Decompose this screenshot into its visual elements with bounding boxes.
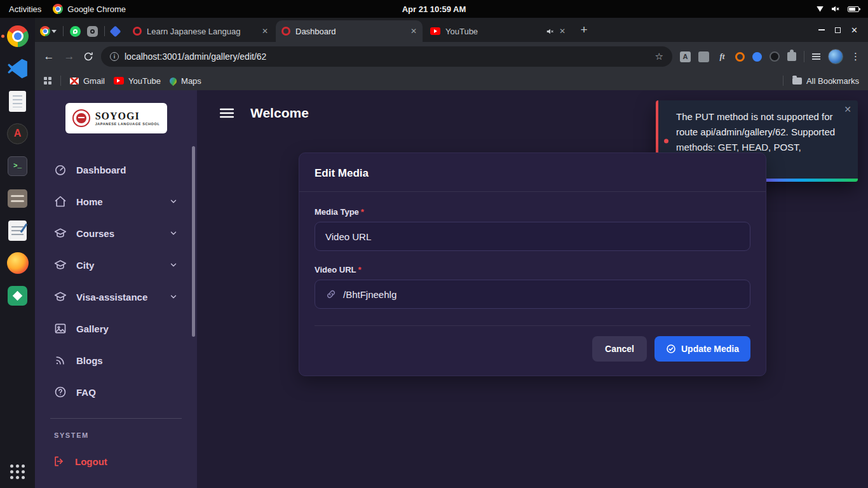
dock-item-files[interactable] bbox=[5, 186, 31, 210]
sidebar-nav: Dashboard Home Courses City bbox=[35, 154, 197, 408]
dock-item-terminal[interactable]: >_ bbox=[5, 154, 31, 178]
bookmark-gmail[interactable]: Gmail bbox=[70, 76, 105, 86]
tab-label: Learn Japanese Languag bbox=[147, 27, 257, 36]
minimize-button[interactable] bbox=[818, 29, 825, 30]
address-bar[interactable]: i localhost:3001/admin/gallery/edit/62 ☆ bbox=[101, 46, 672, 67]
dock-item-text-editor[interactable] bbox=[5, 219, 31, 243]
bookmark-youtube[interactable]: YouTube bbox=[114, 76, 161, 86]
bookmark-maps[interactable]: Maps bbox=[170, 76, 201, 86]
divider bbox=[50, 418, 182, 419]
media-type-select[interactable]: Video URL bbox=[315, 222, 750, 251]
toast-close-button[interactable]: ✕ bbox=[844, 104, 851, 114]
volume-muted-icon[interactable] bbox=[831, 5, 840, 13]
fonts-extension-icon[interactable]: ft bbox=[717, 51, 728, 62]
apps-grid-icon[interactable] bbox=[44, 77, 51, 85]
focused-app-menu[interactable]: Google Chrome bbox=[53, 4, 126, 14]
sidebar-item-faq[interactable]: FAQ bbox=[35, 376, 197, 408]
site-favicon bbox=[281, 27, 290, 36]
all-bookmarks-button[interactable]: All Bookmarks bbox=[792, 76, 859, 86]
sidebar-item-home[interactable]: Home bbox=[35, 186, 197, 217]
separator bbox=[104, 26, 105, 36]
restore-button[interactable] bbox=[835, 27, 841, 33]
dock-item-writer[interactable] bbox=[5, 89, 31, 113]
extension-icon-dark[interactable] bbox=[770, 51, 780, 62]
menu-toggle-button[interactable] bbox=[220, 108, 234, 118]
sidebar-item-visa-assistance[interactable]: Visa-assistance bbox=[35, 281, 197, 313]
dock-item-firefox[interactable] bbox=[5, 251, 31, 275]
tab-dashboard[interactable]: Dashboard ✕ bbox=[276, 20, 423, 42]
soyogi-logo-icon bbox=[72, 109, 90, 127]
app-sidebar: SOYOGI JAPANESE LANGUAGE SCHOOL Dashboar… bbox=[35, 90, 197, 488]
sidebar-item-courses[interactable]: Courses bbox=[35, 217, 197, 249]
dock-item-chrome[interactable] bbox=[5, 24, 31, 48]
bookmarks-bar: Gmail YouTube Maps All Bookmarks bbox=[35, 71, 868, 90]
video-url-input[interactable]: /BhtFjneehlg bbox=[315, 280, 750, 309]
extension-icon-orange[interactable] bbox=[735, 52, 745, 62]
profile-avatar[interactable] bbox=[828, 49, 843, 64]
separator bbox=[60, 76, 61, 86]
extension-icon-gray[interactable] bbox=[698, 51, 709, 62]
whatsapp-icon bbox=[73, 29, 78, 34]
url-text[interactable]: localhost:3001/admin/gallery/edit/62 bbox=[125, 51, 266, 62]
sidebar-item-label: City bbox=[76, 260, 94, 271]
sidebar-item-label: Blogs bbox=[76, 355, 103, 366]
chrome-icon bbox=[7, 25, 29, 47]
back-button[interactable]: ← bbox=[43, 50, 55, 63]
dock-item-vscode[interactable] bbox=[5, 57, 31, 81]
pinned-tab-whatsapp[interactable] bbox=[70, 26, 81, 37]
logo[interactable]: SOYOGI JAPANESE LANGUAGE SCHOOL bbox=[65, 103, 167, 133]
show-applications-button[interactable] bbox=[10, 464, 25, 479]
video-url-label: Video URL* bbox=[315, 265, 750, 274]
tab-search-button[interactable] bbox=[40, 26, 57, 36]
cancel-button[interactable]: Cancel bbox=[592, 336, 647, 362]
reload-button[interactable] bbox=[83, 51, 93, 62]
translate-icon[interactable]: A bbox=[680, 51, 691, 62]
camera-icon bbox=[90, 29, 95, 34]
tab-youtube[interactable]: YouTube ✕ bbox=[424, 20, 571, 42]
bookmark-label: Maps bbox=[181, 76, 201, 86]
tab-close-button[interactable]: ✕ bbox=[262, 27, 268, 36]
tab-close-button[interactable]: ✕ bbox=[559, 27, 566, 36]
tab-close-button[interactable]: ✕ bbox=[410, 27, 417, 36]
tab-learn-japanese[interactable]: Learn Japanese Languag ✕ bbox=[127, 20, 274, 42]
logo-title: SOYOGI bbox=[95, 111, 160, 122]
sidebar-item-blogs[interactable]: Blogs bbox=[35, 344, 197, 376]
system-section-label: SYSTEM bbox=[54, 431, 197, 439]
activities-button[interactable]: Activities bbox=[9, 4, 41, 14]
sidebar-item-gallery[interactable]: Gallery bbox=[35, 313, 197, 344]
pinned-tab-extension[interactable] bbox=[109, 25, 121, 37]
clock[interactable]: Apr 21 10:59 AM bbox=[402, 4, 466, 14]
site-favicon bbox=[133, 27, 142, 36]
battery-icon[interactable] bbox=[848, 6, 859, 12]
pinned-tab-app[interactable] bbox=[87, 26, 98, 37]
youtube-favicon bbox=[430, 27, 440, 35]
sidebar-item-dashboard[interactable]: Dashboard bbox=[35, 154, 197, 186]
sidebar-scrollbar[interactable] bbox=[192, 146, 195, 337]
logout-button[interactable]: Logout bbox=[35, 447, 197, 476]
forward-button[interactable]: → bbox=[63, 50, 76, 63]
dock-item-app-a[interactable]: A bbox=[5, 121, 31, 146]
media-controls-icon[interactable] bbox=[812, 53, 820, 60]
extensions-puzzle-icon[interactable] bbox=[787, 52, 796, 61]
tab-audio-muted-icon[interactable] bbox=[546, 28, 554, 35]
network-icon[interactable] bbox=[817, 6, 824, 12]
text-editor-icon bbox=[8, 220, 27, 241]
bookmark-star-icon[interactable]: ☆ bbox=[655, 51, 663, 62]
required-mark: * bbox=[358, 265, 362, 274]
chevron-down-icon bbox=[169, 292, 178, 301]
chevron-down-icon bbox=[169, 229, 178, 238]
browser-menu-button[interactable]: ⋮ bbox=[851, 51, 860, 62]
ubuntu-top-bar: Activities Google Chrome Apr 21 10:59 AM bbox=[0, 0, 868, 18]
site-info-icon[interactable]: i bbox=[110, 52, 119, 61]
window-close-button[interactable]: ✕ bbox=[851, 25, 858, 35]
focused-app-name: Google Chrome bbox=[67, 4, 126, 14]
sidebar-item-label: FAQ bbox=[76, 387, 96, 398]
sidebar-item-label: Gallery bbox=[76, 323, 109, 334]
video-url-value: /BhtFjneehlg bbox=[343, 289, 397, 300]
new-tab-button[interactable]: + bbox=[576, 22, 592, 38]
update-media-button[interactable]: Update Media bbox=[654, 336, 750, 362]
extension-icon-blue[interactable] bbox=[752, 52, 762, 62]
sidebar-item-city[interactable]: City bbox=[35, 249, 197, 281]
chevron-down-icon bbox=[169, 197, 178, 206]
dock-item-software[interactable] bbox=[5, 283, 31, 308]
